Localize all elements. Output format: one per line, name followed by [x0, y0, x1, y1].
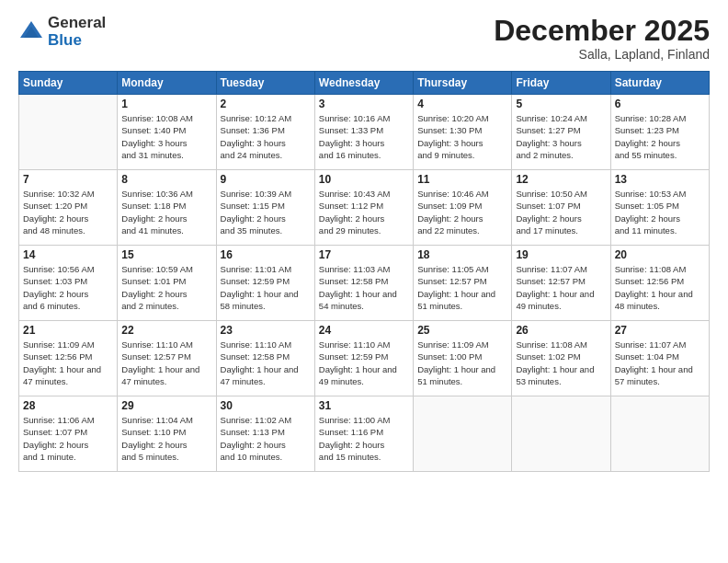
calendar-cell: 19Sunrise: 11:07 AM Sunset: 12:57 PM Day… — [512, 246, 610, 321]
day-number: 21 — [23, 324, 113, 337]
day-number: 27 — [615, 324, 705, 337]
day-number: 26 — [516, 324, 606, 337]
day-number: 30 — [221, 399, 311, 412]
day-number: 10 — [319, 173, 409, 186]
day-number: 6 — [615, 98, 705, 110]
day-info: Sunrise: 11:01 AM Sunset: 12:59 PM Dayli… — [221, 263, 311, 312]
day-number: 4 — [417, 98, 507, 110]
day-number: 16 — [221, 248, 311, 261]
day-number: 25 — [417, 324, 507, 337]
day-number: 28 — [23, 399, 113, 412]
logo: General Blue — [18, 15, 106, 49]
day-number: 29 — [121, 399, 211, 412]
calendar-cell: 22Sunrise: 11:10 AM Sunset: 12:57 PM Day… — [118, 321, 216, 396]
day-number: 23 — [221, 324, 311, 337]
calendar-week-row: 7Sunrise: 10:32 AM Sunset: 1:20 PM Dayli… — [19, 170, 710, 246]
calendar-cell: 30Sunrise: 11:02 AM Sunset: 1:13 PM Dayl… — [216, 396, 314, 472]
calendar-cell: 6Sunrise: 10:28 AM Sunset: 1:23 PM Dayli… — [610, 95, 709, 170]
header: General Blue December 2025 Salla, Laplan… — [18, 15, 710, 62]
calendar-week-row: 1Sunrise: 10:08 AM Sunset: 1:40 PM Dayli… — [19, 95, 710, 170]
calendar-cell: 7Sunrise: 10:32 AM Sunset: 1:20 PM Dayli… — [19, 170, 118, 246]
day-info: Sunrise: 11:05 AM Sunset: 12:57 PM Dayli… — [417, 263, 507, 312]
day-info: Sunrise: 11:07 AM Sunset: 1:04 PM Daylig… — [615, 339, 705, 387]
calendar-cell: 20Sunrise: 11:08 AM Sunset: 12:56 PM Day… — [610, 246, 709, 321]
day-info: Sunrise: 10:36 AM Sunset: 1:18 PM Daylig… — [121, 188, 211, 236]
calendar-week-row: 21Sunrise: 11:09 AM Sunset: 12:56 PM Day… — [19, 321, 710, 396]
calendar-cell: 21Sunrise: 11:09 AM Sunset: 12:56 PM Day… — [19, 321, 118, 396]
day-number: 20 — [615, 248, 705, 261]
weekday-header: Friday — [512, 72, 610, 95]
day-number: 7 — [23, 173, 113, 186]
weekday-header: Thursday — [414, 72, 512, 95]
day-number: 12 — [516, 173, 606, 186]
month-title: December 2025 — [494, 15, 710, 47]
day-info: Sunrise: 11:10 AM Sunset: 12:58 PM Dayli… — [221, 339, 311, 387]
day-info: Sunrise: 10:08 AM Sunset: 1:40 PM Daylig… — [121, 112, 211, 161]
calendar-cell: 1Sunrise: 10:08 AM Sunset: 1:40 PM Dayli… — [118, 95, 216, 170]
calendar-week-row: 14Sunrise: 10:56 AM Sunset: 1:03 PM Dayl… — [19, 246, 710, 321]
day-info: Sunrise: 10:53 AM Sunset: 1:05 PM Daylig… — [615, 188, 705, 236]
calendar-cell: 26Sunrise: 11:08 AM Sunset: 1:02 PM Dayl… — [512, 321, 610, 396]
day-info: Sunrise: 10:50 AM Sunset: 1:07 PM Daylig… — [516, 188, 606, 236]
day-number: 13 — [615, 173, 705, 186]
calendar-cell: 18Sunrise: 11:05 AM Sunset: 12:57 PM Day… — [414, 246, 512, 321]
day-info: Sunrise: 11:09 AM Sunset: 1:00 PM Daylig… — [417, 339, 507, 387]
logo-icon — [18, 19, 44, 45]
day-info: Sunrise: 11:08 AM Sunset: 1:02 PM Daylig… — [516, 339, 606, 387]
location-subtitle: Salla, Lapland, Finland — [494, 47, 710, 62]
day-number: 2 — [221, 98, 311, 110]
logo-blue: Blue — [48, 32, 106, 50]
weekday-header: Monday — [118, 72, 216, 95]
calendar-header: SundayMondayTuesdayWednesdayThursdayFrid… — [19, 72, 710, 95]
day-info: Sunrise: 11:02 AM Sunset: 1:13 PM Daylig… — [221, 414, 311, 463]
day-info: Sunrise: 11:07 AM Sunset: 12:57 PM Dayli… — [516, 263, 606, 312]
calendar-body: 1Sunrise: 10:08 AM Sunset: 1:40 PM Dayli… — [19, 95, 710, 472]
calendar-cell: 13Sunrise: 10:53 AM Sunset: 1:05 PM Dayl… — [610, 170, 709, 246]
weekday-header: Sunday — [19, 72, 118, 95]
day-number: 18 — [417, 248, 507, 261]
day-info: Sunrise: 10:16 AM Sunset: 1:33 PM Daylig… — [319, 112, 409, 161]
calendar-cell: 8Sunrise: 10:36 AM Sunset: 1:18 PM Dayli… — [118, 170, 216, 246]
calendar-cell — [414, 396, 512, 472]
calendar-cell: 31Sunrise: 11:00 AM Sunset: 1:16 PM Dayl… — [314, 396, 413, 472]
calendar-cell: 3Sunrise: 10:16 AM Sunset: 1:33 PM Dayli… — [314, 95, 413, 170]
calendar-cell: 16Sunrise: 11:01 AM Sunset: 12:59 PM Day… — [216, 246, 314, 321]
calendar-cell: 15Sunrise: 10:59 AM Sunset: 1:01 PM Dayl… — [118, 246, 216, 321]
day-info: Sunrise: 11:10 AM Sunset: 12:59 PM Dayli… — [319, 339, 409, 387]
day-info: Sunrise: 10:56 AM Sunset: 1:03 PM Daylig… — [23, 263, 113, 312]
day-number: 17 — [319, 248, 409, 261]
calendar-cell — [512, 396, 610, 472]
day-info: Sunrise: 10:12 AM Sunset: 1:36 PM Daylig… — [221, 112, 311, 161]
day-info: Sunrise: 11:09 AM Sunset: 12:56 PM Dayli… — [23, 339, 113, 387]
day-number: 3 — [319, 98, 409, 110]
day-info: Sunrise: 11:10 AM Sunset: 12:57 PM Dayli… — [121, 339, 211, 387]
day-number: 14 — [23, 248, 113, 261]
calendar-cell: 14Sunrise: 10:56 AM Sunset: 1:03 PM Dayl… — [19, 246, 118, 321]
day-number: 24 — [319, 324, 409, 337]
calendar-cell: 27Sunrise: 11:07 AM Sunset: 1:04 PM Dayl… — [610, 321, 709, 396]
calendar-cell — [610, 396, 709, 472]
day-number: 8 — [121, 173, 211, 186]
day-info: Sunrise: 10:43 AM Sunset: 1:12 PM Daylig… — [319, 188, 409, 236]
day-number: 31 — [319, 399, 409, 412]
weekday-header: Tuesday — [216, 72, 314, 95]
day-info: Sunrise: 10:39 AM Sunset: 1:15 PM Daylig… — [221, 188, 311, 236]
calendar-cell: 10Sunrise: 10:43 AM Sunset: 1:12 PM Dayl… — [314, 170, 413, 246]
calendar-cell: 12Sunrise: 10:50 AM Sunset: 1:07 PM Dayl… — [512, 170, 610, 246]
calendar-cell: 25Sunrise: 11:09 AM Sunset: 1:00 PM Dayl… — [414, 321, 512, 396]
calendar-cell: 24Sunrise: 11:10 AM Sunset: 12:59 PM Day… — [314, 321, 413, 396]
calendar-cell: 28Sunrise: 11:06 AM Sunset: 1:07 PM Dayl… — [19, 396, 118, 472]
calendar-cell: 2Sunrise: 10:12 AM Sunset: 1:36 PM Dayli… — [216, 95, 314, 170]
day-number: 15 — [121, 248, 211, 261]
calendar-cell: 11Sunrise: 10:46 AM Sunset: 1:09 PM Dayl… — [414, 170, 512, 246]
day-info: Sunrise: 11:08 AM Sunset: 12:56 PM Dayli… — [615, 263, 705, 312]
day-number: 19 — [516, 248, 606, 261]
day-number: 9 — [221, 173, 311, 186]
day-info: Sunrise: 11:03 AM Sunset: 12:58 PM Dayli… — [319, 263, 409, 312]
day-number: 11 — [417, 173, 507, 186]
day-info: Sunrise: 10:32 AM Sunset: 1:20 PM Daylig… — [23, 188, 113, 236]
calendar-week-row: 28Sunrise: 11:06 AM Sunset: 1:07 PM Dayl… — [19, 396, 710, 472]
weekday-header: Saturday — [610, 72, 709, 95]
calendar-cell: 9Sunrise: 10:39 AM Sunset: 1:15 PM Dayli… — [216, 170, 314, 246]
logo-text: General Blue — [48, 15, 106, 49]
